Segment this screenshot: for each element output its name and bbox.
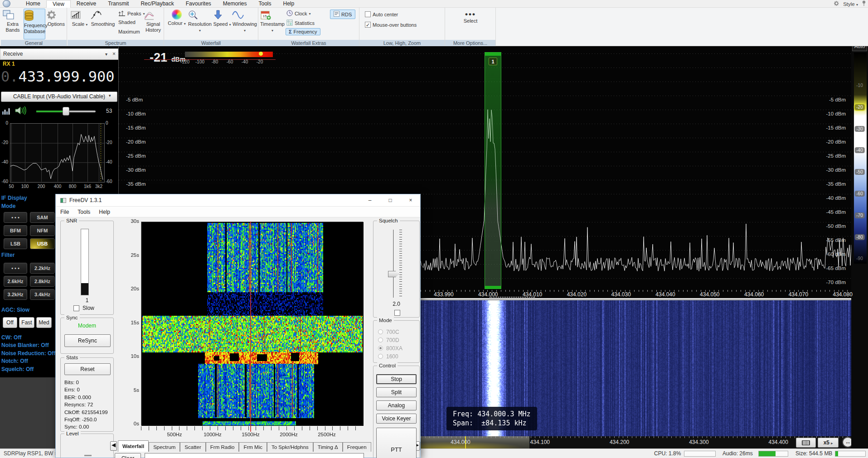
statistics-button[interactable]: 9 Statistics [286, 19, 315, 27]
resync-button[interactable]: ReSync [64, 334, 111, 347]
zoom-button[interactable]: x5 ▸ [818, 438, 839, 448]
app-button-icon[interactable] [3, 0, 10, 7]
axis-tick: 434.040 [655, 291, 675, 298]
agc-fast-button[interactable]: Fast [19, 317, 34, 328]
squelch-enable-checkbox[interactable] [394, 310, 400, 316]
timestamp-button[interactable]: 15 Timestamp ▾ [260, 10, 285, 34]
extra-bands-button[interactable]: Extra Bands [3, 10, 23, 33]
rds-button[interactable]: RDS [330, 10, 355, 19]
snr-slow-checkbox[interactable] [73, 305, 79, 311]
menu-item[interactable]: Tools [78, 207, 90, 217]
panel-collapse-icon[interactable]: ▾ [105, 48, 107, 60]
maximize-button[interactable]: □ [383, 196, 397, 205]
keyboard-entry-button[interactable] [796, 438, 816, 448]
text-entry-field[interactable] [145, 453, 364, 458]
control-button[interactable]: Analog [376, 400, 417, 410]
control-button[interactable]: Split [376, 387, 417, 397]
options-button[interactable]: Options [46, 10, 66, 27]
clock-button[interactable]: Clock ▾ [286, 10, 311, 17]
speaker-icon[interactable] [15, 105, 26, 118]
mode-bfm-button[interactable]: BFM [4, 225, 27, 236]
frequency-database-button[interactable]: Frequency Database [24, 9, 45, 39]
radio-700c[interactable] [378, 329, 383, 334]
menu-tab[interactable]: Transmit [102, 0, 135, 8]
select-button[interactable]: ••• Select [457, 11, 484, 24]
resolution-button[interactable]: Resolution ▾ [188, 10, 212, 34]
squelch-slider-track[interactable] [393, 230, 394, 298]
filter-22-button[interactable]: 2.2kHz [30, 263, 55, 274]
pin-icon[interactable] [862, 0, 866, 7]
ptt-button[interactable]: PTT [376, 428, 417, 458]
freedv-tab[interactable]: To Spkr/Hdphns [267, 442, 313, 452]
speed-button[interactable]: Speed ▾ [213, 10, 231, 28]
frequency-digits[interactable]: 0.433.999.900 [1, 68, 114, 85]
freedv-tab[interactable]: Waterfall [118, 440, 149, 452]
menu-tab[interactable]: Receive [71, 0, 102, 8]
freedv-tab[interactable]: Spectrum [149, 442, 180, 452]
freedv-tab[interactable]: Scatter [180, 442, 205, 452]
gear-icon[interactable] [834, 0, 839, 7]
smoothing-button[interactable]: Smoothing [90, 10, 116, 27]
scale-button[interactable]: Scale ▾ [70, 10, 89, 28]
mouse-over-buttons-checkbox[interactable]: ✓ Mouse-over buttons [365, 22, 417, 28]
agc-off-button[interactable]: Off [3, 317, 17, 328]
freedv-tab[interactable]: Frm Radio [206, 442, 239, 452]
menu-tab[interactable]: Home [20, 0, 46, 8]
menu-item[interactable]: File [60, 207, 69, 217]
minimize-button[interactable]: – [363, 196, 377, 205]
receive-panel-header[interactable]: Receive [0, 48, 118, 60]
mode-sam-button[interactable]: SAM [30, 212, 55, 223]
squelch-slider-thumb[interactable] [388, 271, 399, 277]
control-button[interactable]: Voice Keyer [376, 414, 417, 424]
colour-button[interactable]: Colour ▾ [167, 10, 187, 27]
audio-levels-icon[interactable] [2, 106, 11, 117]
mode-nfm-button[interactable]: NFM [30, 225, 55, 236]
clear-button[interactable]: Clear [115, 453, 141, 458]
filter-34-button[interactable]: 3.4kHz [30, 289, 55, 300]
windowing-button[interactable]: Windowing ▾ [232, 10, 257, 34]
mode-more-button[interactable]: • • • [4, 212, 27, 223]
agc-med-button[interactable]: Med [36, 317, 52, 328]
filter-26-button[interactable]: 2.6kHz [4, 276, 27, 287]
style-menu[interactable]: Style ▾ [843, 1, 858, 7]
menu-tab[interactable]: Memories [217, 0, 253, 8]
filter-more-button[interactable]: • • • [4, 263, 27, 274]
peaks-button[interactable]: Peaks ▾ [118, 10, 145, 17]
radio-1600[interactable] [378, 354, 383, 359]
frequency-button[interactable]: Σ Frequency [286, 28, 320, 35]
panel-close-icon[interactable]: × [112, 48, 116, 60]
volume-slider-thumb[interactable] [63, 107, 69, 116]
auto-center-checkbox[interactable]: Auto center [365, 11, 398, 17]
rx-number-badge[interactable]: 1 [489, 58, 497, 65]
menu-tab[interactable]: Rec/Playback [135, 0, 179, 8]
menu-tab[interactable]: Favourites [180, 0, 217, 8]
radio-800xa[interactable] [378, 346, 383, 351]
windowing-label: Windowing [233, 21, 257, 27]
tabs-scroll-left-button[interactable]: ◀ [110, 441, 117, 451]
menu-tab[interactable]: Tools [253, 0, 277, 8]
reset-button[interactable]: Reset [64, 363, 111, 375]
menu-item[interactable]: Help [99, 207, 110, 217]
freedv-waterfall-plot[interactable] [141, 222, 363, 425]
freedv-titlebar[interactable]: FreeDV 1.3.1 – □ × [56, 194, 420, 207]
freedv-window[interactable]: FreeDV 1.3.1 – □ × FileToolsHelp SNR 1 S… [55, 194, 421, 458]
rx-channel-marker[interactable]: 1 [485, 52, 501, 289]
filter-28-button[interactable]: 2.8kHz [30, 276, 55, 287]
mode-usb-button[interactable]: USB [30, 238, 55, 249]
freedv-tab[interactable]: Frequen [343, 442, 371, 452]
level-slider-thumb[interactable] [84, 455, 92, 456]
filter-32-button[interactable]: 3.2kHz [4, 289, 27, 300]
freedv-tab[interactable]: Frm Mic [239, 442, 267, 452]
menu-tab[interactable]: Help [277, 0, 301, 8]
signal-history-button[interactable]: Signal History [144, 10, 163, 33]
shaded-button[interactable]: Shaded [118, 19, 136, 25]
maximum-button[interactable]: Maximum [118, 29, 140, 34]
menu-tab[interactable]: View [46, 0, 71, 8]
control-button[interactable]: Stop [376, 374, 417, 384]
close-button[interactable]: × [404, 196, 417, 205]
freedv-tab[interactable]: Timing Δ [313, 442, 343, 452]
marker-top-cap[interactable] [485, 53, 501, 56]
mode-lsb-button[interactable]: LSB [4, 238, 27, 249]
audio-device-select[interactable]: CABLE Input (VB-Audio Virtual Cable) [1, 92, 117, 102]
radio-700d[interactable] [378, 337, 383, 342]
